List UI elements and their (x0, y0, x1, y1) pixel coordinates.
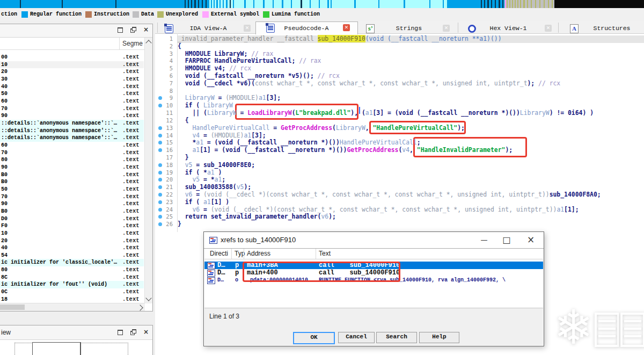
function-row[interactable]: 10.text (0, 61, 144, 69)
function-row[interactable]: ic initializer for 'fout'' (void).text (0, 281, 144, 288)
function-row[interactable]: 40.text (0, 83, 144, 91)
close-icon[interactable]: × (143, 329, 150, 336)
overview-viewport-box[interactable] (32, 342, 81, 355)
code-line-25[interactable]: return set_invalid_parameter_handler(v6)… (178, 213, 336, 221)
function-row[interactable]: ic initializer for 'classic_locale'….tex… (0, 259, 144, 266)
function-row[interactable]: F0.text (0, 222, 144, 230)
code-line-15[interactable]: *a1 = (void (__fastcall __noreturn *)())… (178, 139, 421, 147)
code-line-7[interactable]: void (__cdecl *v6)(const wchar_t *, cons… (178, 80, 560, 88)
xrefs-dialog-titlebar[interactable]: xrefs to sub_14000F910 — □ × (204, 232, 544, 249)
line-marker-dot[interactable] (158, 208, 162, 212)
functions-vscrollbar[interactable] (144, 38, 152, 303)
functions-hscrollbar[interactable] (0, 303, 145, 311)
line-marker-dot[interactable] (158, 126, 162, 130)
function-row[interactable]: 8C.text (0, 274, 144, 281)
code-line-16[interactable]: a1[1] = (void (__fastcall __noreturn *)(… (178, 147, 513, 154)
code-line-19[interactable]: if ( *a1 ) (178, 169, 222, 177)
code-line-2[interactable]: { (178, 43, 181, 50)
function-row[interactable]: 70.text (0, 105, 144, 113)
line-marker-dot[interactable] (158, 163, 162, 167)
help-button[interactable]: Help (419, 332, 459, 343)
code-line-5[interactable]: HMODULE v4; // rcx (178, 65, 251, 73)
code-line-26[interactable]: } (178, 221, 181, 228)
tab-close-icon[interactable]: ✕ (443, 25, 450, 32)
maximize-icon[interactable] (116, 329, 123, 336)
close-icon[interactable]: × (520, 232, 541, 248)
code-line-6[interactable]: void (__fastcall __noreturn *v5)(); // r… (178, 73, 340, 80)
restore-icon[interactable] (130, 329, 137, 336)
function-row[interactable]: 40.text (0, 244, 144, 252)
function-row[interactable]: 60.text (0, 98, 144, 105)
function-row[interactable]: 00.text (0, 54, 144, 61)
tab-ida-view-a[interactable]: IDA View-A✕ (157, 23, 256, 33)
functions-header[interactable]: Segme (0, 38, 145, 50)
function-row[interactable]: 90.text (0, 164, 144, 171)
function-row[interactable]: 20.text (0, 68, 144, 76)
function-row[interactable]: D0.text (0, 215, 144, 223)
code-line-24[interactable]: v6 = (void (__cdecl *)(const wchar_t *, … (178, 206, 579, 214)
tab-close-icon[interactable]: ✕ (545, 25, 552, 32)
navigator-band[interactable] (0, 0, 644, 8)
function-row[interactable]: 60.text (0, 142, 144, 149)
function-row[interactable]: 90.text (0, 112, 144, 120)
function-row[interactable]: B0.text (0, 171, 144, 179)
segment-column-header[interactable]: Segme (122, 40, 143, 47)
close-icon[interactable]: × (143, 26, 150, 33)
tab-pseudocode-a[interactable]: Pseudocode-A✕ (255, 21, 358, 34)
code-line-20[interactable]: v5 = *a1; (178, 176, 225, 184)
function-row[interactable]: 0C.text (0, 288, 144, 296)
cancel-button[interactable]: Cancel (338, 332, 375, 343)
function-row[interactable]: 90.text (0, 200, 144, 208)
tab-structures[interactable]: AStructures (559, 23, 644, 33)
tab-hex-view-1[interactable]: Hex View-1✕ (458, 23, 559, 33)
line-marker-dot[interactable] (158, 200, 162, 204)
function-row[interactable]: ::details::`anonymous namespace'::`….tex… (0, 127, 144, 135)
maximize-icon[interactable] (116, 26, 123, 33)
line-marker-dot[interactable] (158, 171, 162, 175)
function-row[interactable]: 70.text (0, 149, 144, 157)
code-line-4[interactable]: FARPROC HandlePureVirtualCall; // rax (178, 57, 321, 65)
function-row[interactable]: 20.text (0, 237, 144, 245)
code-line-1[interactable]: _invalid_parameter_handler __fastcall su… (178, 35, 502, 43)
hscroll-thumb[interactable] (0, 305, 25, 310)
function-row[interactable]: 70.text (0, 193, 144, 201)
code-line-14[interactable]: v4 = (HMODULE)a1[3]; (178, 132, 266, 140)
function-row[interactable]: ::details::`anonymous namespace'::`….tex… (0, 134, 144, 142)
code-line-18[interactable]: v5 = sub_14000F8E0; (178, 162, 255, 169)
code-line-22[interactable]: v6 = (void (__cdecl *)(const wchar_t *, … (178, 191, 601, 199)
minimize-icon[interactable]: — (473, 232, 495, 248)
code-line-13[interactable]: HandlePureVirtualCall = GetProcAddress(L… (178, 125, 465, 132)
code-line-17[interactable]: } (178, 154, 189, 162)
tab-close-icon[interactable]: ✕ (244, 25, 251, 32)
function-row[interactable]: 80.text (0, 266, 144, 274)
search-button[interactable]: Search (376, 332, 417, 343)
line-marker-dot[interactable] (158, 134, 162, 137)
column-header-text[interactable]: Text (319, 250, 331, 257)
line-marker-dot[interactable] (158, 193, 162, 197)
code-line-9[interactable]: LibraryW = (HMODULE)a1[3]; (178, 95, 281, 102)
function-row[interactable]: 80.text (0, 156, 144, 164)
maximize-icon[interactable]: □ (496, 232, 517, 248)
function-row[interactable]: 18.text (0, 296, 144, 303)
code-line-23[interactable]: if ( a1[1] ) (178, 199, 229, 206)
scroll-right-icon[interactable] (137, 305, 143, 310)
function-row[interactable]: 50.text (0, 90, 144, 98)
scroll-up-icon[interactable] (145, 40, 151, 46)
function-row[interactable]: 10.text (0, 230, 144, 237)
ok-button[interactable]: OK (293, 332, 335, 344)
restore-icon[interactable] (130, 26, 137, 33)
column-header-address[interactable]: Address (247, 250, 270, 257)
function-row[interactable]: ::details::`anonymous namespace'::`….tex… (0, 120, 144, 127)
function-row[interactable]: B0.text (0, 178, 144, 186)
code-line-3[interactable]: HMODULE LibraryW; // rax (178, 50, 273, 58)
code-line-12[interactable]: { (178, 117, 189, 125)
xrefs-table-header[interactable]: DirectiTypAddressText (204, 249, 543, 259)
tab-strings[interactable]: s’Strings✕ (357, 23, 458, 33)
code-line-10[interactable]: if ( LibraryW (178, 102, 233, 110)
scroll-down-icon[interactable] (145, 295, 151, 301)
function-row[interactable]: B0.text (0, 208, 144, 215)
function-row[interactable]: 54.text (0, 252, 144, 259)
function-row[interactable]: 50.text (0, 186, 144, 193)
tab-close-icon[interactable]: ✕ (343, 24, 350, 31)
column-header-directi[interactable]: Directi (210, 250, 228, 257)
